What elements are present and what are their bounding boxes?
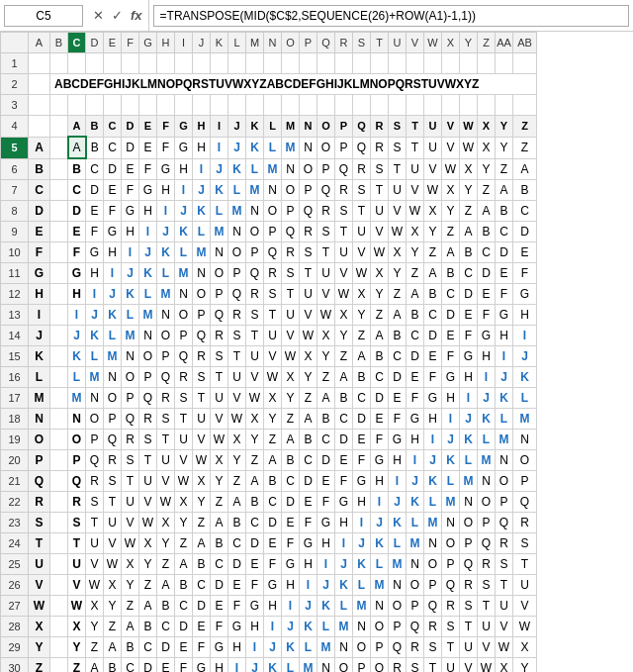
cell-1-24[interactable] (460, 53, 478, 74)
cell-16-col18[interactable]: D (389, 367, 407, 388)
header-4-Y[interactable]: Y (496, 116, 513, 138)
cell-19-col5[interactable]: T (157, 430, 175, 450)
cell-15-col0[interactable]: K (68, 346, 86, 367)
cell-29-col17[interactable]: P (371, 637, 389, 658)
cell-12-col21[interactable]: C (442, 284, 460, 305)
cell-23-col16[interactable]: I (353, 513, 371, 533)
cell-14-col22[interactable]: F (460, 326, 478, 346)
cell-9-col19[interactable]: X (407, 222, 424, 242)
cell-13-col24[interactable]: G (496, 305, 513, 326)
cell-5-col2[interactable]: C (104, 137, 122, 158)
cell-7-col2[interactable]: E (104, 180, 122, 201)
cell-5-col23[interactable]: X (478, 137, 496, 158)
cell-1-26[interactable] (496, 53, 513, 74)
cell-3-27[interactable] (513, 95, 537, 116)
cell-26-col10[interactable]: F (246, 575, 264, 596)
cell-28-col17[interactable]: O (371, 617, 389, 637)
cell-29-col5[interactable]: D (157, 637, 175, 658)
row-label-23[interactable]: S (29, 513, 50, 533)
cell-7-col16[interactable]: S (353, 180, 371, 201)
cell-6-col16[interactable]: R (353, 158, 371, 180)
cell-10-col10[interactable]: P (246, 242, 264, 263)
cell-20-col10[interactable]: Z (246, 450, 264, 471)
row-label-27[interactable]: W (29, 596, 50, 617)
cell-9-col9[interactable]: N (228, 222, 246, 242)
cell-3-3[interactable] (86, 95, 104, 116)
cell-10-col12[interactable]: R (282, 242, 300, 263)
cell-22-col12[interactable]: D (282, 492, 300, 513)
cell-10-col18[interactable]: X (389, 242, 407, 263)
cell-22-col13[interactable]: E (300, 492, 317, 513)
cell-14-col9[interactable]: S (228, 326, 246, 346)
cell-12-col23[interactable]: E (478, 284, 496, 305)
cell-17-col13[interactable]: Z (300, 388, 317, 409)
cell-20-col19[interactable]: I (407, 450, 424, 471)
cell-25-col10[interactable]: E (246, 554, 264, 575)
cell-22-col15[interactable]: G (335, 492, 353, 513)
cell-16-col13[interactable]: Y (300, 367, 317, 388)
cell-17-col5[interactable]: R (157, 388, 175, 409)
col-header-U[interactable]: U (389, 33, 407, 53)
cell-4-B[interactable] (50, 116, 68, 138)
cell-9-col24[interactable]: C (496, 222, 513, 242)
cell-12-col1[interactable]: I (86, 284, 104, 305)
cell-12-col15[interactable]: W (335, 284, 353, 305)
cell-14-col21[interactable]: E (442, 326, 460, 346)
cell-1-7[interactable] (157, 53, 175, 74)
cell-10-col24[interactable]: D (496, 242, 513, 263)
cell-1-20[interactable] (389, 53, 407, 74)
cell-13-col4[interactable]: M (139, 305, 157, 326)
cell-6-col20[interactable]: V (424, 158, 442, 180)
cell-26-col1[interactable]: W (86, 575, 104, 596)
cell-11-col0[interactable]: G (68, 263, 86, 284)
cell-11-col16[interactable]: W (353, 263, 371, 284)
cell-15-B[interactable] (50, 346, 68, 367)
col-header-W[interactable]: W (424, 33, 442, 53)
cell-11-col21[interactable]: B (442, 263, 460, 284)
cell-16-col17[interactable]: C (371, 367, 389, 388)
cell-23-col20[interactable]: M (424, 513, 442, 533)
cancel-icon[interactable]: ✕ (91, 8, 106, 23)
cell-13-col3[interactable]: L (122, 305, 139, 326)
cell-28-col10[interactable]: H (246, 617, 264, 637)
cell-9-col16[interactable]: U (353, 222, 371, 242)
cell-19-col0[interactable]: O (68, 430, 86, 450)
cell-14-col13[interactable]: W (300, 326, 317, 346)
cell-18-col4[interactable]: R (139, 409, 157, 430)
cell-30-col11[interactable]: K (264, 658, 282, 673)
cell-26-col13[interactable]: I (300, 575, 317, 596)
row-label-25[interactable]: U (29, 554, 50, 575)
cell-7-B[interactable] (50, 180, 68, 201)
cell-12-col8[interactable]: P (211, 284, 228, 305)
cell-14-col17[interactable]: A (371, 326, 389, 346)
cell-18-col15[interactable]: C (335, 409, 353, 430)
cell-18-col18[interactable]: F (389, 409, 407, 430)
cell-3-2[interactable] (68, 95, 86, 116)
cell-6-col23[interactable]: Y (478, 158, 496, 180)
col-header-G[interactable]: G (139, 33, 157, 53)
cell-26-col22[interactable]: R (460, 575, 478, 596)
cell-22-col11[interactable]: C (264, 492, 282, 513)
cell-14-col14[interactable]: X (317, 326, 335, 346)
cell-12-col10[interactable]: R (246, 284, 264, 305)
cell-18-col14[interactable]: B (317, 409, 335, 430)
cell-23-col3[interactable]: V (122, 513, 139, 533)
cell-28-col15[interactable]: M (335, 617, 353, 637)
cell-24-col14[interactable]: H (317, 533, 335, 554)
cell-30-col6[interactable]: F (175, 658, 193, 673)
cell-27-col6[interactable]: C (175, 596, 193, 617)
cell-22-col7[interactable]: Y (193, 492, 211, 513)
header-4-L[interactable]: L (264, 116, 282, 138)
cell-21-col17[interactable]: H (371, 471, 389, 492)
cell-30-col23[interactable]: W (478, 658, 496, 673)
cell-24-col13[interactable]: G (300, 533, 317, 554)
col-header-S[interactable]: S (353, 33, 371, 53)
cell-15-col22[interactable]: G (460, 346, 478, 367)
cell-24-col15[interactable]: I (335, 533, 353, 554)
cell-17-col17[interactable]: D (371, 388, 389, 409)
cell-8-col2[interactable]: F (104, 201, 122, 222)
cell-6-col5[interactable]: G (157, 158, 175, 180)
cell-22-col17[interactable]: I (371, 492, 389, 513)
cell-15-col8[interactable]: S (211, 346, 228, 367)
cell-9-col20[interactable]: Y (424, 222, 442, 242)
